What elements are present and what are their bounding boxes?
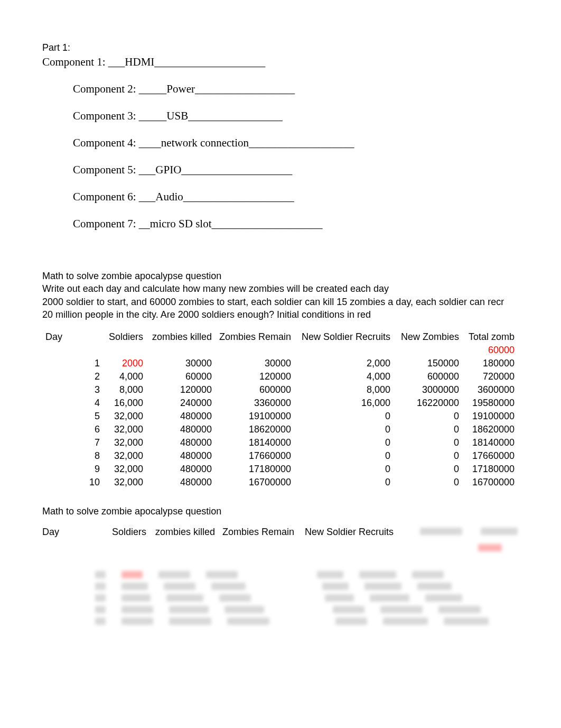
hdr2-killed: zombies killed bbox=[146, 527, 215, 538]
hdr-recruits: New Soldier Recruits bbox=[294, 330, 394, 344]
math-line3: 20 million people in the city. Are 2000 … bbox=[42, 308, 560, 321]
table2-header: Day Soldiers zombies killed Zombies Rema… bbox=[42, 527, 561, 538]
component-line: Component 5: ___GPIO____________________ bbox=[73, 163, 561, 177]
hdr2-soldiers: Soldiers bbox=[103, 527, 146, 538]
hdr2-remain: Zombies Remain bbox=[215, 527, 294, 538]
math-line2: 2000 soldier to start, and 60000 zombies… bbox=[42, 296, 560, 308]
hdr-day: Day bbox=[42, 330, 71, 344]
table-row: 932,000480000171800000017180000 bbox=[42, 463, 518, 476]
table-row: 38,0001200006000008,00030000003600000 bbox=[42, 383, 518, 397]
initial-row: 60000 bbox=[42, 344, 518, 357]
part1-label: Part 1: bbox=[42, 42, 561, 53]
component-line: Component 2: _____Power_________________… bbox=[73, 82, 561, 96]
table-row: 732,000480000181400000018140000 bbox=[42, 436, 518, 449]
math-line1: Write out each day and calculate how man… bbox=[42, 282, 560, 295]
component-line: Component 1: ___HDMI____________________ bbox=[42, 56, 561, 69]
math-title: Math to solve zombie apocalypse question bbox=[42, 270, 560, 282]
component-line: Component 6: ___Audio___________________… bbox=[73, 190, 561, 204]
hdr-soldiers: Soldiers bbox=[103, 330, 146, 344]
component-line: Component 7: __micro SD slot____________… bbox=[73, 217, 561, 231]
table-row: 532,000480000191000000019100000 bbox=[42, 410, 518, 423]
table-row: 1200030000300002,000150000180000 bbox=[42, 357, 518, 370]
table-row: 24,000600001200004,000600000720000 bbox=[42, 370, 518, 383]
hdr2-recruits: New Soldier Recruits bbox=[294, 527, 394, 538]
hdr-total: Total zomb bbox=[462, 330, 518, 344]
zombie-table: Day Soldiers zombies killed Zombies Rema… bbox=[42, 330, 518, 489]
math-instructions: Math to solve zombie apocalypse question… bbox=[42, 270, 560, 321]
table-header-row: Day Soldiers zombies killed Zombies Rema… bbox=[42, 330, 518, 344]
table-row: 416,000240000336000016,00016220000195800… bbox=[42, 397, 518, 410]
components-list: Component 1: ___HDMI____________________… bbox=[42, 56, 561, 231]
math-title-2: Math to solve zombie apocalypse question bbox=[42, 506, 561, 517]
blurred-initial-row bbox=[42, 543, 561, 554]
hdr2-day: Day bbox=[42, 527, 71, 538]
blurred-table-rows bbox=[42, 569, 561, 627]
table-row: 832,000480000176600000017660000 bbox=[42, 449, 518, 463]
hdr-killed: zombies killed bbox=[146, 330, 215, 344]
table-row: 632,000480000186200000018620000 bbox=[42, 423, 518, 436]
initial-total: 60000 bbox=[462, 344, 518, 357]
component-line: Component 4: ____network connection_____… bbox=[73, 136, 561, 150]
hdr-newz: New Zombies bbox=[394, 330, 462, 344]
component-line: Component 3: _____USB_________________ bbox=[73, 109, 561, 123]
hdr-remain: Zombies Remain bbox=[215, 330, 294, 344]
table-row: 1032,000480000167000000016700000 bbox=[42, 476, 518, 489]
